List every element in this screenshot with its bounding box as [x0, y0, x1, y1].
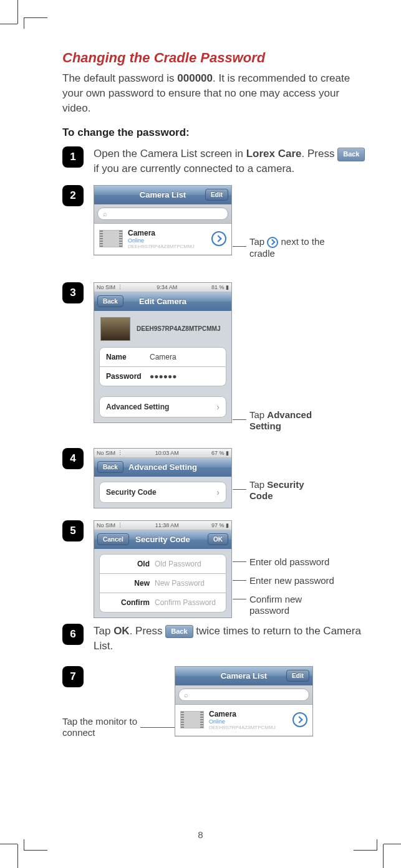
name-value: Camera — [150, 353, 176, 361]
old-password-row[interactable]: Old Old Password — [99, 554, 226, 574]
status-carrier: No SIM ⋮ — [97, 522, 123, 528]
search-bar: ⌕ — [175, 685, 312, 705]
back-button[interactable]: Back — [97, 295, 123, 307]
navbar-title: Advanced Setting — [128, 462, 197, 472]
edit-button[interactable]: Edit — [286, 670, 309, 682]
crop-mark — [354, 850, 377, 851]
crop-mark — [384, 844, 401, 844]
detail-arrow-icon[interactable] — [292, 712, 307, 727]
search-icon: ⌕ — [103, 210, 107, 217]
status-battery: 81 % ▮ — [211, 284, 229, 290]
text-bold: Security — [267, 479, 304, 490]
back-button-icon: Back — [337, 148, 365, 161]
name-label: Name — [106, 353, 150, 361]
edit-button[interactable]: Edit — [205, 189, 228, 201]
step-1: 1 Open the Camera List screen in Lorex C… — [62, 146, 370, 176]
advanced-setting-row[interactable]: Advanced Setting › — [99, 396, 226, 417]
password-field-row[interactable]: Password ●●●●●● — [99, 367, 226, 386]
step-instruction: Tap OK. Press Back twice times to return… — [94, 624, 370, 654]
navbar: Camera List Edit — [94, 186, 231, 204]
search-bar: ⌕ — [94, 204, 231, 224]
wifi-icon: ⋮ — [117, 284, 123, 290]
status-time: 11:38 AM — [155, 522, 179, 528]
camera-list-item[interactable]: Camera Online DEEH9S7RP4AZ8MTPCMMJ — [175, 705, 312, 736]
device-id: DEEH9S7RP4AZ8MTPCMMJ — [137, 325, 220, 332]
camera-status: Online — [209, 718, 292, 725]
text: Tap — [249, 409, 267, 420]
search-input[interactable]: ⌕ — [97, 207, 228, 220]
camera-id: DEEH9S7RP4AZ8MTPCMMJ — [128, 244, 211, 249]
navbar-title: Security Code — [135, 535, 190, 544]
intro-text: The default password is 000000. It is re… — [62, 71, 370, 115]
film-icon — [180, 711, 204, 728]
confirm-password-row[interactable]: Confirm Confirm Password — [99, 593, 226, 613]
annotation-line — [233, 489, 246, 490]
text: . Press — [130, 625, 166, 637]
step-number: 7 — [62, 666, 84, 687]
status-battery: 97 % ▮ — [211, 522, 229, 528]
advanced-setting-label: Advanced Setting — [106, 403, 169, 411]
film-icon — [99, 230, 123, 247]
navbar-title: Camera List — [221, 671, 267, 680]
ok-button[interactable]: OK — [208, 533, 228, 545]
step-number: 1 — [62, 146, 84, 168]
wifi-icon: ⋮ — [117, 522, 123, 528]
camera-list-item[interactable]: Camera Online DEEH9S7RP4AZ8MTPCMMJ — [94, 224, 231, 255]
security-code-row[interactable]: Security Code › — [99, 482, 226, 503]
detail-arrow-icon — [267, 237, 278, 248]
page-number: 8 — [198, 829, 203, 840]
camera-name: Camera — [209, 710, 292, 718]
text: . Press — [302, 148, 338, 160]
status-carrier: No SIM ⋮ — [97, 450, 123, 456]
navbar: Back Edit Camera — [94, 292, 231, 311]
chevron-right-icon: › — [216, 402, 220, 412]
camera-thumbnail — [100, 317, 130, 341]
status-time: 10:03 AM — [155, 450, 179, 456]
password-label: Password — [106, 372, 150, 381]
annotation: Tap next to the cradle — [249, 236, 349, 259]
camera-status: Online — [128, 237, 211, 244]
status-bar: No SIM ⋮ 9:34 AM 81 % ▮ — [94, 283, 231, 292]
annotation-line — [233, 419, 246, 420]
default-password: 000000 — [177, 72, 213, 84]
page-title: Changing the Cradle Password — [62, 50, 370, 66]
text: Tap — [249, 479, 267, 490]
detail-arrow-icon[interactable] — [211, 231, 226, 246]
text-bold: Advanced — [267, 409, 312, 420]
text-bold: Setting — [249, 421, 281, 431]
annotation-line — [140, 727, 175, 728]
search-icon: ⌕ — [184, 691, 188, 699]
crop-mark — [383, 844, 384, 868]
password-value: ●●●●●● — [150, 372, 177, 381]
new-password-row[interactable]: New New Password — [99, 574, 226, 593]
back-button-icon: Back — [165, 625, 193, 638]
back-button[interactable]: Back — [97, 461, 123, 473]
text: Open the Camera List screen in — [94, 148, 246, 160]
status-bar: No SIM ⋮ 11:38 AM 97 % ▮ — [94, 521, 231, 530]
confirm-placeholder: Confirm Password — [155, 598, 216, 607]
text: Tap — [249, 236, 267, 247]
confirm-label: Confirm — [106, 598, 155, 607]
cancel-button[interactable]: Cancel — [97, 533, 129, 545]
camera-id: DEEH9S7RP4AZ8MTPCMMJ — [209, 725, 292, 730]
navbar: Cancel Security Code OK — [94, 530, 231, 549]
crop-mark — [17, 0, 18, 24]
navbar: Camera List Edit — [175, 667, 312, 685]
annotation-confirm: Confirm new password — [249, 594, 337, 616]
new-placeholder: New Password — [155, 579, 205, 588]
step-6: 6 Tap OK. Press Back twice times to retu… — [62, 624, 370, 654]
annotation: Tap SecurityCode — [249, 479, 349, 502]
crop-mark — [24, 17, 24, 29]
search-input[interactable]: ⌕ — [178, 689, 309, 701]
annotation: Tap the monitor to connect — [62, 716, 143, 738]
app-name: Lorex Care — [246, 148, 302, 160]
annotation-old: Enter old password — [249, 556, 329, 568]
step-4: 4 No SIM ⋮ 10:03 AM 67 % ▮ Back Advanced… — [62, 448, 370, 510]
status-carrier: No SIM ⋮ — [97, 284, 123, 290]
annotation-new: Enter new password — [249, 575, 334, 586]
old-label: Old — [106, 560, 155, 568]
status-battery: 67 % ▮ — [211, 450, 229, 456]
intro-pre: The default password is — [62, 72, 177, 84]
name-field-row[interactable]: Name Camera — [99, 347, 226, 367]
step-2: 2 Camera List Edit ⌕ Camera Online DEEH9… — [62, 185, 370, 272]
